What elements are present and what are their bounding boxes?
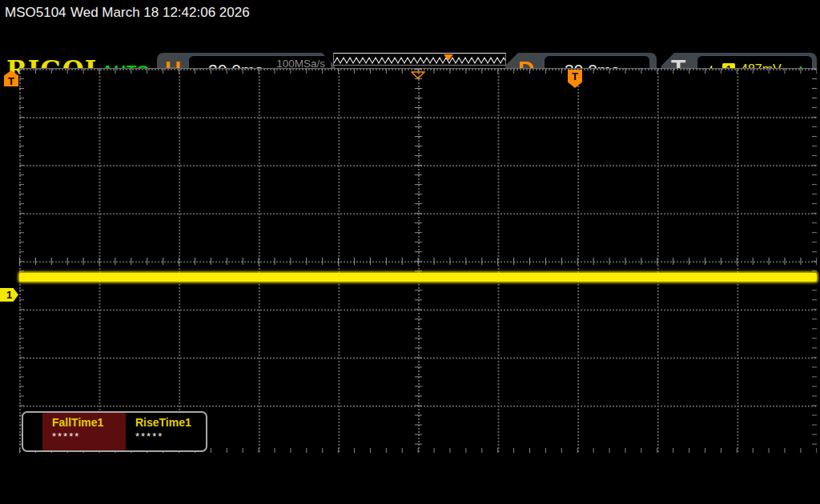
waveform-memory-bar[interactable] bbox=[333, 53, 506, 66]
header-bar: RIGOL AUTO H 20.0ms 100MSa/s 20Mpts Meas… bbox=[0, 24, 820, 68]
memory-waveform-icon bbox=[334, 54, 505, 65]
status-bar: MSO5104 Wed March 18 12:42:06 2026 bbox=[0, 0, 820, 24]
oscilloscope-screen: MSO5104 Wed March 18 12:42:06 2026 RIGOL… bbox=[0, 0, 820, 504]
measurement-item-risetime[interactable]: RiseTime1 ***** bbox=[126, 413, 205, 450]
waveform-display-grid bbox=[19, 68, 817, 453]
measurement-results-panel[interactable]: FallTime1 ***** RiseTime1 ***** bbox=[22, 411, 207, 452]
measurement-label: FallTime1 bbox=[52, 416, 126, 429]
measurement-value: ***** bbox=[52, 430, 126, 442]
measurement-item-falltime[interactable]: FallTime1 ***** bbox=[42, 413, 126, 450]
channel-status-bar: 1 100mV -72.0mV 2 bbox=[0, 456, 820, 504]
delay-reference-marker-icon bbox=[411, 68, 425, 82]
system-datetime: Wed March 18 12:42:06 2026 bbox=[70, 5, 250, 21]
channel1-ground-marker[interactable]: 1 bbox=[0, 288, 18, 302]
measurement-label: RiseTime1 bbox=[135, 416, 205, 429]
memory-trigger-position-icon bbox=[444, 54, 453, 61]
model-name: MSO5104 bbox=[5, 5, 66, 21]
channel1-trace bbox=[19, 273, 817, 282]
measurement-value: ***** bbox=[135, 430, 205, 442]
